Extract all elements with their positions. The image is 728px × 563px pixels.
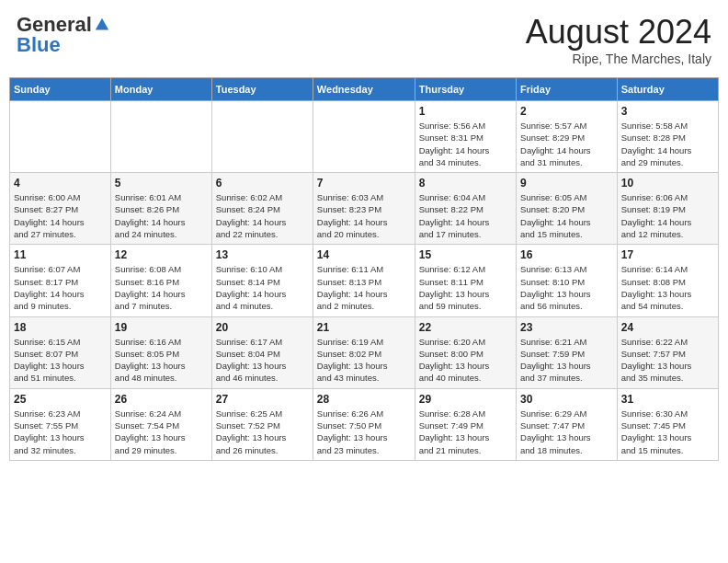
calendar-cell: 17Sunrise: 6:14 AM Sunset: 8:08 PM Dayli…: [617, 245, 718, 316]
day-detail: Sunrise: 6:01 AM Sunset: 8:26 PM Dayligh…: [115, 191, 208, 240]
calendar-cell: 30Sunrise: 6:29 AM Sunset: 7:47 PM Dayli…: [517, 388, 618, 460]
calendar-cell: [110, 101, 211, 173]
calendar-cell: 9Sunrise: 6:05 AM Sunset: 8:20 PM Daylig…: [517, 173, 618, 245]
calendar-table: SundayMondayTuesdayWednesdayThursdayFrid…: [9, 77, 719, 461]
day-number: 13: [216, 248, 309, 261]
calendar-cell: 19Sunrise: 6:16 AM Sunset: 8:05 PM Dayli…: [110, 316, 211, 388]
day-number: 31: [621, 393, 714, 406]
day-number: 12: [115, 248, 208, 261]
logo: General Blue: [17, 13, 110, 57]
day-detail: Sunrise: 5:56 AM Sunset: 8:31 PM Dayligh…: [419, 120, 512, 168]
col-header-monday: Monday: [110, 78, 211, 101]
calendar-cell: [211, 101, 313, 173]
day-number: 28: [317, 393, 411, 406]
col-header-thursday: Thursday: [415, 78, 516, 101]
day-number: 2: [520, 105, 613, 118]
day-detail: Sunrise: 6:11 AM Sunset: 8:13 PM Dayligh…: [317, 263, 411, 312]
day-number: 1: [419, 105, 512, 118]
calendar-cell: 28Sunrise: 6:26 AM Sunset: 7:50 PM Dayli…: [313, 388, 415, 460]
day-detail: Sunrise: 6:07 AM Sunset: 8:17 PM Dayligh…: [14, 263, 107, 312]
day-number: 17: [621, 248, 714, 261]
day-detail: Sunrise: 6:19 AM Sunset: 8:02 PM Dayligh…: [317, 336, 411, 385]
day-number: 25: [14, 393, 107, 406]
calendar-week-1: 1Sunrise: 5:56 AM Sunset: 8:31 PM Daylig…: [10, 101, 719, 173]
day-number: 22: [419, 321, 512, 334]
day-detail: Sunrise: 6:25 AM Sunset: 7:52 PM Dayligh…: [216, 408, 309, 456]
col-header-saturday: Saturday: [617, 78, 718, 101]
calendar-cell: 4Sunrise: 6:00 AM Sunset: 8:27 PM Daylig…: [10, 173, 111, 245]
calendar-cell: 20Sunrise: 6:17 AM Sunset: 8:04 PM Dayli…: [211, 316, 313, 388]
day-detail: Sunrise: 6:23 AM Sunset: 7:55 PM Dayligh…: [14, 408, 107, 456]
calendar-cell: 10Sunrise: 6:06 AM Sunset: 8:19 PM Dayli…: [617, 173, 718, 245]
calendar-cell: 22Sunrise: 6:20 AM Sunset: 8:00 PM Dayli…: [415, 316, 516, 388]
day-detail: Sunrise: 6:30 AM Sunset: 7:45 PM Dayligh…: [621, 408, 714, 456]
calendar-cell: 5Sunrise: 6:01 AM Sunset: 8:26 PM Daylig…: [110, 173, 211, 245]
logo-icon: [94, 17, 110, 33]
day-number: 8: [419, 177, 512, 190]
day-detail: Sunrise: 6:24 AM Sunset: 7:54 PM Dayligh…: [115, 408, 208, 456]
day-number: 14: [317, 248, 411, 261]
calendar-week-2: 4Sunrise: 6:00 AM Sunset: 8:27 PM Daylig…: [10, 173, 719, 245]
day-number: 11: [14, 248, 107, 261]
calendar-cell: 27Sunrise: 6:25 AM Sunset: 7:52 PM Dayli…: [211, 388, 313, 460]
day-detail: Sunrise: 6:15 AM Sunset: 8:07 PM Dayligh…: [14, 336, 107, 385]
day-detail: Sunrise: 6:17 AM Sunset: 8:04 PM Dayligh…: [216, 336, 309, 385]
calendar-cell: [313, 101, 415, 173]
calendar-week-5: 25Sunrise: 6:23 AM Sunset: 7:55 PM Dayli…: [10, 388, 719, 460]
calendar-cell: 3Sunrise: 5:58 AM Sunset: 8:28 PM Daylig…: [617, 101, 718, 173]
calendar-cell: 2Sunrise: 5:57 AM Sunset: 8:29 PM Daylig…: [517, 101, 618, 173]
day-number: 30: [520, 393, 613, 406]
day-number: 23: [520, 321, 613, 334]
day-number: 7: [317, 177, 411, 190]
calendar-week-3: 11Sunrise: 6:07 AM Sunset: 8:17 PM Dayli…: [10, 245, 719, 316]
month-year-title: August 2024: [526, 13, 711, 52]
location-subtitle: Ripe, The Marches, Italy: [526, 52, 711, 66]
svg-marker-0: [96, 18, 108, 30]
calendar-cell: 6Sunrise: 6:02 AM Sunset: 8:24 PM Daylig…: [211, 173, 313, 245]
calendar-cell: 11Sunrise: 6:07 AM Sunset: 8:17 PM Dayli…: [10, 245, 111, 316]
day-detail: Sunrise: 6:00 AM Sunset: 8:27 PM Dayligh…: [14, 191, 107, 240]
day-number: 26: [115, 393, 208, 406]
day-number: 10: [621, 177, 714, 190]
logo-blue-text: Blue: [17, 33, 61, 57]
day-number: 15: [419, 248, 512, 261]
day-detail: Sunrise: 6:12 AM Sunset: 8:11 PM Dayligh…: [419, 263, 512, 312]
day-detail: Sunrise: 5:57 AM Sunset: 8:29 PM Dayligh…: [520, 120, 613, 168]
calendar-cell: 21Sunrise: 6:19 AM Sunset: 8:02 PM Dayli…: [313, 316, 415, 388]
day-detail: Sunrise: 6:20 AM Sunset: 8:00 PM Dayligh…: [419, 336, 512, 385]
calendar-cell: 15Sunrise: 6:12 AM Sunset: 8:11 PM Dayli…: [415, 245, 516, 316]
col-header-friday: Friday: [517, 78, 618, 101]
day-number: 18: [14, 321, 107, 334]
day-detail: Sunrise: 6:28 AM Sunset: 7:49 PM Dayligh…: [419, 408, 512, 456]
day-detail: Sunrise: 6:05 AM Sunset: 8:20 PM Dayligh…: [520, 191, 613, 240]
day-number: 20: [216, 321, 309, 334]
calendar-cell: 13Sunrise: 6:10 AM Sunset: 8:14 PM Dayli…: [211, 245, 313, 316]
calendar-cell: 25Sunrise: 6:23 AM Sunset: 7:55 PM Dayli…: [10, 388, 111, 460]
day-number: 6: [216, 177, 309, 190]
calendar-header-row: SundayMondayTuesdayWednesdayThursdayFrid…: [10, 78, 719, 101]
day-detail: Sunrise: 6:04 AM Sunset: 8:22 PM Dayligh…: [419, 191, 512, 240]
calendar-cell: 29Sunrise: 6:28 AM Sunset: 7:49 PM Dayli…: [415, 388, 516, 460]
calendar-cell: 12Sunrise: 6:08 AM Sunset: 8:16 PM Dayli…: [110, 245, 211, 316]
calendar-week-4: 18Sunrise: 6:15 AM Sunset: 8:07 PM Dayli…: [10, 316, 719, 388]
day-detail: Sunrise: 6:06 AM Sunset: 8:19 PM Dayligh…: [621, 191, 714, 240]
calendar-cell: 1Sunrise: 5:56 AM Sunset: 8:31 PM Daylig…: [415, 101, 516, 173]
col-header-wednesday: Wednesday: [313, 78, 415, 101]
day-detail: Sunrise: 6:26 AM Sunset: 7:50 PM Dayligh…: [317, 408, 411, 456]
calendar-cell: 8Sunrise: 6:04 AM Sunset: 8:22 PM Daylig…: [415, 173, 516, 245]
day-number: 16: [520, 248, 613, 261]
calendar-cell: 18Sunrise: 6:15 AM Sunset: 8:07 PM Dayli…: [10, 316, 111, 388]
day-number: 24: [621, 321, 714, 334]
day-number: 29: [419, 393, 512, 406]
calendar-cell: 26Sunrise: 6:24 AM Sunset: 7:54 PM Dayli…: [110, 388, 211, 460]
calendar-cell: 14Sunrise: 6:11 AM Sunset: 8:13 PM Dayli…: [313, 245, 415, 316]
calendar-cell: 16Sunrise: 6:13 AM Sunset: 8:10 PM Dayli…: [517, 245, 618, 316]
day-detail: Sunrise: 6:13 AM Sunset: 8:10 PM Dayligh…: [520, 263, 613, 312]
day-number: 3: [621, 105, 714, 118]
day-detail: Sunrise: 6:14 AM Sunset: 8:08 PM Dayligh…: [621, 263, 714, 312]
day-detail: Sunrise: 6:08 AM Sunset: 8:16 PM Dayligh…: [115, 263, 208, 312]
day-detail: Sunrise: 6:02 AM Sunset: 8:24 PM Dayligh…: [216, 191, 309, 240]
day-number: 4: [14, 177, 107, 190]
day-number: 27: [216, 393, 309, 406]
day-detail: Sunrise: 5:58 AM Sunset: 8:28 PM Dayligh…: [621, 120, 714, 168]
